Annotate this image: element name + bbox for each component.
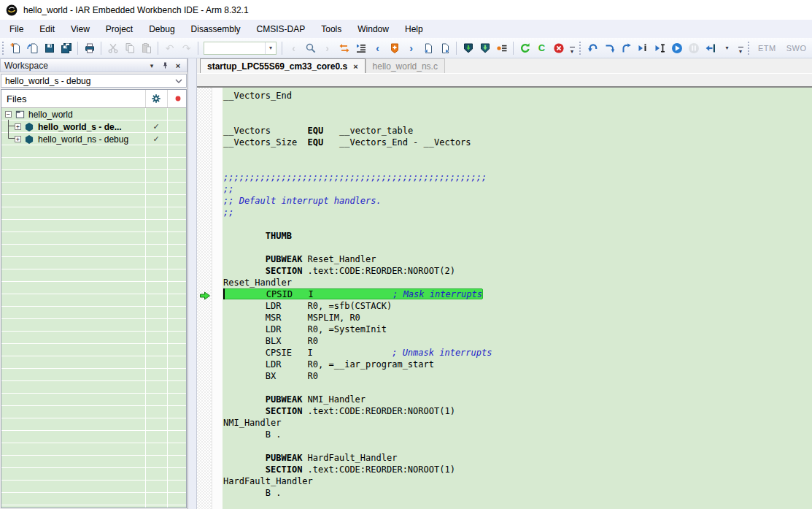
stop-build-icon [553, 42, 565, 54]
compile-button[interactable]: C [533, 39, 550, 56]
code-line-text: Reset_Handler [223, 278, 292, 288]
breakpoint-margin[interactable] [197, 88, 212, 509]
menu-item-debug[interactable]: Debug [141, 21, 182, 37]
redo-button[interactable]: ↷ [178, 39, 195, 56]
menu-item-window[interactable]: Window [349, 21, 397, 37]
toolbar-separator [101, 42, 101, 55]
menu-item-file[interactable]: File [1, 21, 31, 37]
toolbar-group-trace: ETMSWO▾ [746, 39, 812, 58]
code-editor[interactable]: __Vectors_End__Vectors EQU __vector_tabl… [223, 88, 812, 509]
workspace-titlebar[interactable]: Workspace ▾ × [0, 58, 187, 72]
toolbar-grip[interactable] [579, 42, 582, 55]
code-line-text: BLX R0 [223, 336, 318, 346]
make-icon [519, 42, 531, 54]
settings-gear-icon[interactable] [145, 90, 167, 107]
dropdown-small-button[interactable]: ▾ [719, 39, 735, 56]
execution-arrow-icon [199, 290, 211, 299]
stop-debugging-button[interactable] [702, 39, 719, 56]
step-over-button[interactable] [601, 39, 618, 56]
break-button[interactable] [685, 39, 702, 56]
code-line-text: __Vectors EQU __vector_table [223, 126, 413, 136]
download-and-debug-button[interactable] [460, 39, 476, 56]
new-document-button[interactable] [7, 39, 24, 56]
files-tree: −hello_world+hello_world_s - de...✓+hell… [1, 108, 186, 508]
toolbar-overflow-button[interactable]: ▾ [736, 40, 745, 56]
collapse-icon[interactable]: − [5, 111, 12, 118]
configuration-selector[interactable]: hello_world_s - debug [1, 74, 187, 88]
tree-item-hello-world-ns-debug[interactable]: +hello_world_ns - debug✓ [1, 133, 186, 145]
tree-item-hello-world[interactable]: −hello_world [1, 108, 186, 120]
next-document-button[interactable] [436, 39, 453, 56]
project-hexagon-icon [24, 121, 35, 132]
toolbar-grip[interactable] [748, 42, 751, 55]
go-button[interactable] [668, 39, 685, 56]
menu-item-help[interactable]: Help [397, 21, 431, 37]
pin-icon[interactable] [160, 61, 170, 71]
toggle-bookmark-button[interactable] [386, 39, 403, 56]
tree-item-hello-world-s-de[interactable]: +hello_world_s - de...✓ [1, 120, 186, 133]
menu-item-project[interactable]: Project [98, 21, 141, 37]
find-combobox[interactable]: ▾ [204, 42, 277, 55]
reset-button[interactable] [584, 39, 601, 56]
tab-hello-world-ns-c[interactable]: hello_world_ns.c [366, 58, 445, 73]
files-pane: Files −hello_world+hello_world_s - de...… [1, 89, 187, 508]
compile-icon: C [538, 43, 545, 53]
toolbar-grip[interactable] [2, 42, 5, 55]
menu-item-edit[interactable]: Edit [31, 21, 63, 37]
close-tab-icon[interactable]: × [353, 62, 357, 71]
expand-icon[interactable]: + [15, 136, 21, 142]
open-document-button[interactable] [24, 39, 41, 56]
tab-startup-lpc55s69-cm33-core0-s[interactable]: startup_LPC55S69_cm33_core0.s× [200, 58, 366, 73]
menu-item-cmsis-dap[interactable]: CMSIS-DAP [249, 21, 314, 37]
breakpoint-dot-icon[interactable] [167, 90, 187, 107]
run-to-cursor-button[interactable] [651, 39, 668, 56]
prev-bookmark-icon: ‹ [376, 43, 379, 53]
menu-item-view[interactable]: View [63, 21, 98, 37]
save-button[interactable] [41, 39, 58, 56]
code-line: B . [223, 429, 812, 440]
files-column-header-row[interactable]: Files [1, 90, 186, 108]
toolbar-overflow-button[interactable]: ▾ [568, 40, 576, 56]
paste-button[interactable] [138, 39, 155, 56]
new-document-icon [10, 42, 22, 54]
undo-button[interactable]: ↶ [161, 39, 178, 56]
menu-item-tools[interactable]: Tools [313, 21, 349, 37]
code-line-text: SECTION .text:CODE:REORDER:NOROOT(1) [223, 406, 455, 416]
find-button[interactable] [302, 39, 319, 56]
stop-build-button[interactable] [550, 39, 567, 56]
debug-without-downloading-button[interactable] [476, 39, 493, 56]
print-button[interactable] [81, 39, 98, 56]
swap-arrows-button[interactable] [336, 39, 352, 56]
goto-function-list-button[interactable] [352, 39, 369, 56]
cut-button[interactable] [104, 39, 121, 56]
code-line: NMI_Handler [223, 417, 812, 429]
step-out-button[interactable] [618, 39, 635, 56]
combo-dropdown-icon[interactable]: ▾ [265, 42, 276, 54]
tree-connector [5, 132, 15, 147]
swo-button[interactable]: SWO [781, 42, 812, 54]
built-checkmark-icon: ✓ [145, 134, 167, 144]
prev-document-button[interactable] [419, 39, 436, 56]
code-line [223, 499, 812, 509]
nav-forward-button[interactable]: › [319, 39, 336, 56]
code-line: ;; [223, 183, 812, 195]
code-line: __Vectors_End [223, 90, 812, 102]
breakpoint-list-button[interactable] [493, 39, 510, 56]
next-bookmark-button[interactable]: › [403, 39, 419, 56]
step-into-button[interactable] [635, 39, 651, 56]
nav-back-button[interactable]: ‹ [285, 39, 302, 56]
step-out-icon [621, 42, 633, 54]
make-button[interactable] [517, 39, 533, 56]
close-icon[interactable]: × [173, 61, 183, 71]
panel-splitter[interactable] [188, 58, 197, 509]
copy-button[interactable] [121, 39, 138, 56]
expand-icon[interactable]: + [15, 123, 21, 130]
stop-debugging-icon [705, 42, 716, 54]
window-menu-dropdown-icon[interactable]: ▾ [147, 61, 157, 71]
save-all-button[interactable] [58, 39, 74, 56]
menu-item-disassembly[interactable]: Disassembly [183, 21, 249, 37]
etm-button[interactable]: ETM [753, 42, 781, 54]
prev-bookmark-button[interactable]: ‹ [369, 39, 386, 56]
code-line-text: NMI_Handler [223, 418, 281, 428]
run-to-cursor-icon [654, 42, 666, 54]
